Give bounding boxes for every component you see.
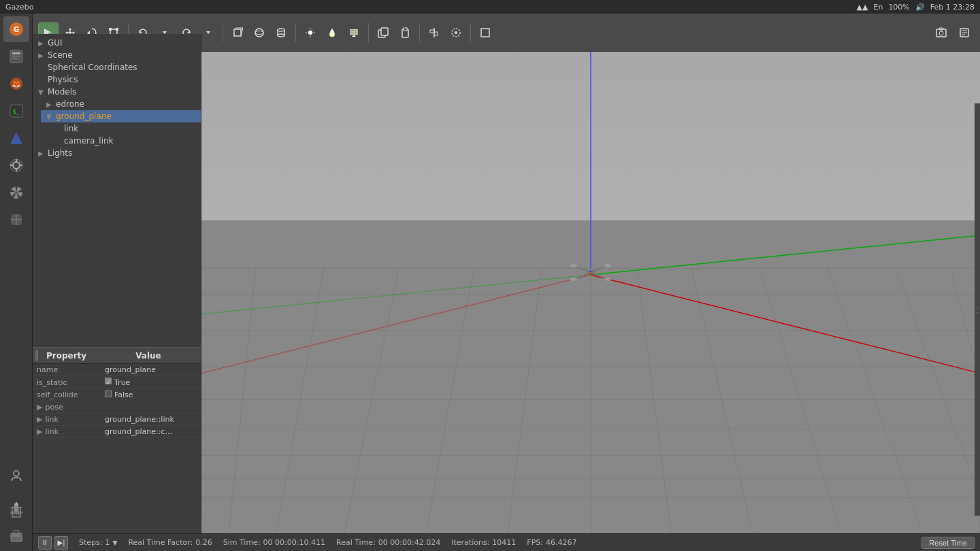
prop-key-link1: ▶link [33,414,101,426]
prop-row-is-static: is_static ✓True [33,376,201,389]
log-btn[interactable] [954,22,975,43]
sidebar-icon-8[interactable] [3,463,29,488]
sidebar-icon-1[interactable] [3,44,29,69]
viewport[interactable] [201,52,980,533]
svg-marker-10 [10,132,22,144]
tree-item-spherical[interactable]: ▶ Spherical Coordinates [33,61,201,73]
tree-item-camera-link[interactable]: ▶ camera_link [49,135,201,147]
self-collide-checkbox[interactable] [105,390,112,397]
svg-rect-50 [234,29,241,36]
drone-model [570,262,611,284]
extra-btn[interactable] [475,22,495,43]
real-time-factor-item: Real Time Factor: 0.26 [128,538,212,547]
paste-btn[interactable] [395,22,415,43]
pause-btn[interactable]: ⏸ [38,536,52,550]
align-btn[interactable] [424,22,444,43]
copy-btn[interactable] [373,22,393,43]
svg-point-21 [14,471,19,476]
sep-3 [295,23,296,42]
sidebar-icon-trash[interactable] [3,498,29,524]
sidebar-icon-5[interactable] [3,152,29,178]
tree-arrow-models: ▼ [38,88,45,96]
svg-point-57 [278,29,284,31]
svg-marker-47 [163,31,167,34]
prop-resize-handle[interactable] [35,350,38,361]
spot-light-btn[interactable] [322,22,342,43]
prop-expand-pose[interactable]: ▶pose [33,401,201,414]
wifi-icon: ▲▲ [857,3,868,12]
is-static-checkbox[interactable]: ✓ [105,378,112,384]
svg-point-55 [255,29,263,37]
tree-arrow-gui: ▶ [38,39,45,47]
svg-marker-66 [330,29,334,33]
properties-panel: Property Value name ground_plane is_stat… [33,347,201,517]
tree-label-spherical: Spherical Coordinates [48,63,137,72]
svg-text:G: G [13,26,18,33]
svg-line-119 [574,272,591,279]
real-time-value: 00 00:00:42.024 [378,538,440,547]
system-bar-right: ▲▲ En 100% 🔊 Feb 1 23:28 [857,3,975,12]
tree-arrow-lights: ▶ [38,150,45,157]
tree-label-ground-plane: ground_plane [56,112,112,121]
prop-value-self-collide: False [101,389,201,401]
sidebar-icon-10[interactable] [3,522,29,548]
steps-value: 1 [105,538,110,547]
rtf-label: Real Time Factor: [128,538,193,547]
svg-rect-80 [481,29,489,37]
viewport-resize-handle[interactable] [975,103,980,516]
tree-item-ground-plane[interactable]: ▼ ground_plane [41,110,201,122]
tree-item-scene[interactable]: ▶ Scene [33,49,201,61]
cylinder-btn[interactable] [271,22,291,43]
sphere-btn[interactable] [249,22,270,43]
prop-row-link1[interactable]: ▶link ground_plane::link [33,414,201,426]
point-light-btn[interactable] [300,22,321,43]
prop-row-pose[interactable]: ▶pose [33,401,201,414]
properties-table: name ground_plane is_static ✓True self_c… [33,364,201,438]
tree-label-gui: GUI [48,38,63,48]
tree-item-lights[interactable]: ▶ Lights [33,147,201,159]
svg-rect-43 [116,28,118,31]
dir-light-btn[interactable] [344,22,364,43]
tree-arrow-ground-plane: ▼ [46,113,53,120]
sep-5 [419,23,420,42]
sidebar-icon-2[interactable]: 🦊 [3,71,29,97]
svg-rect-74 [404,28,407,31]
svg-marker-36 [69,28,71,30]
viewport-canvas [201,52,980,533]
svg-rect-3 [12,52,20,54]
play-controls: ⏸ ▶| [38,536,68,550]
screenshot-btn[interactable] [931,22,951,43]
fps-item: FPS: 46.4267 [527,538,576,547]
tree-item-physics[interactable]: ▶ Physics [33,73,201,86]
status-bar: ⏸ ▶| Steps: 1 ▼ Real Time Factor: 0.26 S… [33,533,980,551]
step-btn[interactable]: ▶| [54,536,68,550]
sidebar-icon-7[interactable] [3,207,29,233]
steps-label: Steps: [79,538,102,547]
reset-time-button[interactable]: Reset Time [921,537,975,549]
sidebar-icon-6[interactable] [3,180,29,205]
sidebar-icon-3[interactable]: $_ [3,98,29,124]
prop-header-property: Property [44,350,89,362]
tree-arrow-scene: ▶ [38,52,45,59]
system-bar: Gazebo ▲▲ En 100% 🔊 Feb 1 23:28 [0,0,980,14]
tree-item-models[interactable]: ▼ Models [33,86,201,98]
svg-text:🦊: 🦊 [12,79,21,88]
world-panel: ▶ GUI ▶ Scene ▶ Spherical Coordinates ▶ … [33,34,201,517]
box-btn[interactable] [227,22,248,43]
snap-btn[interactable] [446,22,466,43]
tree-item-edrone[interactable]: ▶ edrone [41,98,201,110]
svg-rect-42 [109,28,112,31]
real-time-label: Real Time: [336,538,376,547]
tree-item-gui[interactable]: ▶ GUI [33,37,201,49]
datetime: Feb 1 23:28 [930,3,975,12]
steps-arrow: ▼ [112,539,117,546]
tree-arrow-edrone: ▶ [46,101,53,108]
prop-row-link2[interactable]: ▶link ground_plane::c... [33,426,201,438]
svg-marker-38 [65,31,67,34]
prop-key-link2: ▶link [33,426,101,438]
prop-value-is-static: ✓True [101,376,201,389]
prop-key-name: name [33,364,101,376]
tree-item-link[interactable]: ▶ link [49,122,201,135]
gazebo-icon[interactable]: G [3,16,29,42]
sidebar-icon-4[interactable] [3,125,29,151]
